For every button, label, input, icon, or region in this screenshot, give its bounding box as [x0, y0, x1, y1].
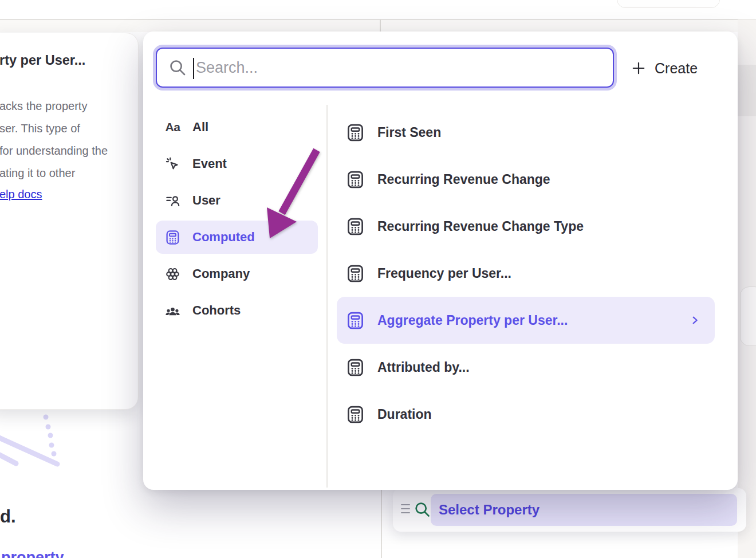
property-item-label: Recurring Revenue Change — [377, 172, 550, 187]
calculator-icon — [346, 123, 365, 142]
create-button[interactable]: Create — [631, 54, 698, 82]
category-label: User — [192, 193, 220, 208]
category-label: Cohorts — [192, 303, 241, 318]
tooltip-body-line: ser. This type of — [0, 117, 108, 140]
select-property-button[interactable]: Select Property — [431, 494, 737, 526]
property-tooltip-card: rty per User... acks the property ser. T… — [0, 33, 139, 410]
tooltip-body-line: acks the property — [0, 95, 108, 117]
property-item-recurring-revenue-change-type[interactable]: Recurring Revenue Change Type — [337, 203, 715, 250]
property-picker-modal: Create Aa All Event — [143, 32, 738, 490]
property-item-label: Duration — [377, 407, 432, 422]
property-search-icon — [414, 501, 431, 518]
create-button-label: Create — [655, 60, 698, 77]
calculator-icon — [346, 170, 365, 189]
plus-icon — [631, 61, 646, 76]
property-item-recurring-revenue-change[interactable]: Recurring Revenue Change — [337, 156, 715, 203]
category-company[interactable]: Company — [156, 257, 318, 290]
right-panel-strip — [738, 19, 756, 558]
background-link-fragment[interactable]: property — [1, 549, 64, 558]
calculator-icon — [346, 358, 365, 377]
property-item-label: Aggregate Property per User... — [377, 313, 568, 328]
drag-handle-icon[interactable] — [401, 504, 410, 516]
property-item-frequency-per-user[interactable]: Frequency per User... — [337, 250, 715, 297]
company-cluster-icon — [165, 266, 180, 282]
property-item-label: Attributed by... — [377, 360, 470, 375]
category-label: All — [192, 120, 208, 135]
calculator-icon — [346, 405, 365, 424]
category-label: Company — [192, 266, 250, 281]
modal-divider — [326, 105, 328, 488]
calculator-icon — [346, 311, 365, 330]
category-cohorts[interactable]: Cohorts — [156, 294, 318, 327]
tooltip-title: rty per User... — [0, 53, 85, 68]
screen: d. property rty per User... acks the pro… — [0, 0, 756, 558]
property-selector-row: Select Property — [393, 488, 746, 532]
column-divider-top — [380, 19, 381, 32]
text-format-icon: Aa — [165, 120, 180, 135]
cohorts-people-icon — [165, 303, 180, 319]
right-panel-card-edge — [740, 286, 756, 346]
property-item-aggregate-property-per-user[interactable]: Aggregate Property per User... — [337, 297, 715, 344]
tooltip-body-line: ating it to other — [0, 162, 108, 184]
category-label: Computed — [192, 230, 255, 245]
category-computed[interactable]: Computed — [156, 221, 318, 254]
search-input[interactable] — [157, 49, 613, 87]
help-docs-link[interactable]: elp docs — [0, 188, 42, 201]
background-heading-fragment: d. — [0, 506, 16, 527]
tooltip-body: acks the property ser. This type of for … — [0, 95, 108, 184]
select-property-label: Select Property — [439, 502, 540, 518]
category-all[interactable]: Aa All — [156, 111, 318, 144]
user-list-icon — [165, 193, 180, 209]
search-field-glow — [153, 45, 617, 91]
property-item-attributed-by[interactable]: Attributed by... — [337, 344, 715, 391]
column-divider-bottom — [381, 488, 382, 558]
top-band — [0, 20, 756, 32]
right-panel-row — [738, 65, 756, 116]
property-item-label: First Seen — [377, 125, 441, 140]
calculator-icon — [346, 217, 365, 236]
category-label: Event — [192, 156, 227, 171]
property-item-duration[interactable]: Duration — [337, 391, 715, 438]
calculator-icon — [165, 230, 180, 245]
search-field[interactable] — [156, 48, 614, 88]
property-item-label: Recurring Revenue Change Type — [377, 219, 584, 234]
tooltip-body-line: for understanding the — [0, 140, 108, 162]
event-cursor-icon — [165, 156, 180, 172]
property-item-label: Frequency per User... — [377, 266, 511, 281]
category-event[interactable]: Event — [156, 147, 318, 180]
property-item-first-seen[interactable]: First Seen — [337, 109, 715, 156]
cutoff-top-button[interactable] — [617, 0, 720, 8]
category-user[interactable]: User — [156, 184, 318, 217]
calculator-icon — [346, 264, 365, 283]
chevron-right-icon — [690, 316, 700, 325]
